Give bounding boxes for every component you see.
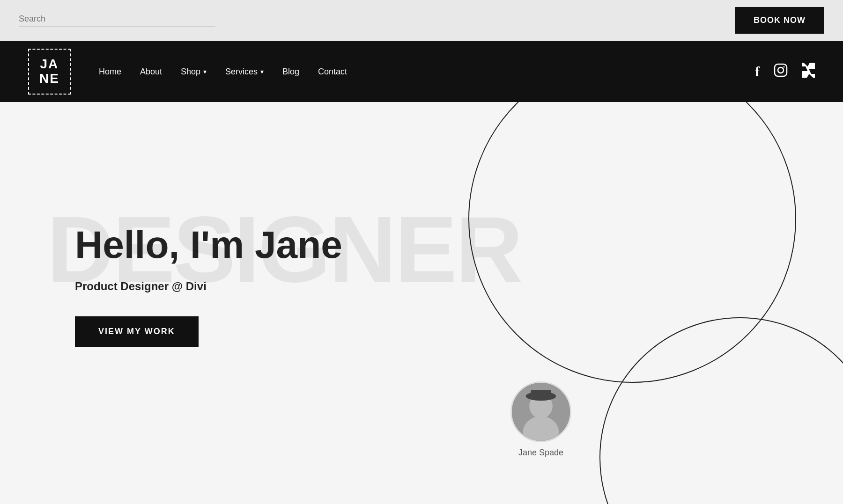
top-bar: BOOK NOW <box>0 0 843 41</box>
book-now-button[interactable]: BOOK NOW <box>735 7 824 34</box>
deviantart-icon[interactable] <box>802 63 815 81</box>
nav-item-about[interactable]: About <box>140 67 162 77</box>
facebook-icon[interactable]: f <box>755 64 760 80</box>
svg-point-1 <box>778 67 784 73</box>
nav-left: JA NE Home About Shop ▾ Services ▾ Blog … <box>28 49 347 95</box>
search-input[interactable] <box>19 14 197 24</box>
avatar-name: Jane Spade <box>510 448 571 458</box>
svg-rect-0 <box>775 64 787 76</box>
hero-subtitle: Product Designer @ Divi <box>75 280 342 293</box>
nav-item-shop[interactable]: Shop ▾ <box>181 67 207 77</box>
svg-marker-3 <box>802 63 815 78</box>
nav-item-contact[interactable]: Contact <box>318 67 347 77</box>
navbar: JA NE Home About Shop ▾ Services ▾ Blog … <box>0 41 843 102</box>
search-container[interactable] <box>19 14 215 27</box>
chevron-down-icon: ▾ <box>203 68 207 75</box>
hero-content: Hello, I'm Jane Product Designer @ Divi … <box>75 224 342 347</box>
avatar <box>510 381 571 442</box>
svg-rect-8 <box>531 390 551 398</box>
view-work-button[interactable]: VIEW MY WORK <box>75 316 199 347</box>
hero-section: DESIGNER Hello, I'm Jane Product Designe… <box>0 102 843 504</box>
logo[interactable]: JA NE <box>28 49 71 95</box>
hero-title: Hello, I'm Jane <box>75 224 342 266</box>
nav-item-services[interactable]: Services ▾ <box>225 67 264 77</box>
nav-social: f <box>755 63 815 81</box>
instagram-icon[interactable] <box>774 63 788 80</box>
chevron-down-icon: ▾ <box>260 68 264 75</box>
avatar-section: Jane Spade <box>510 381 571 458</box>
nav-menu: Home About Shop ▾ Services ▾ Blog Contac… <box>99 67 347 77</box>
nav-item-home[interactable]: Home <box>99 67 121 77</box>
nav-item-blog[interactable]: Blog <box>282 67 299 77</box>
svg-point-2 <box>784 66 785 67</box>
